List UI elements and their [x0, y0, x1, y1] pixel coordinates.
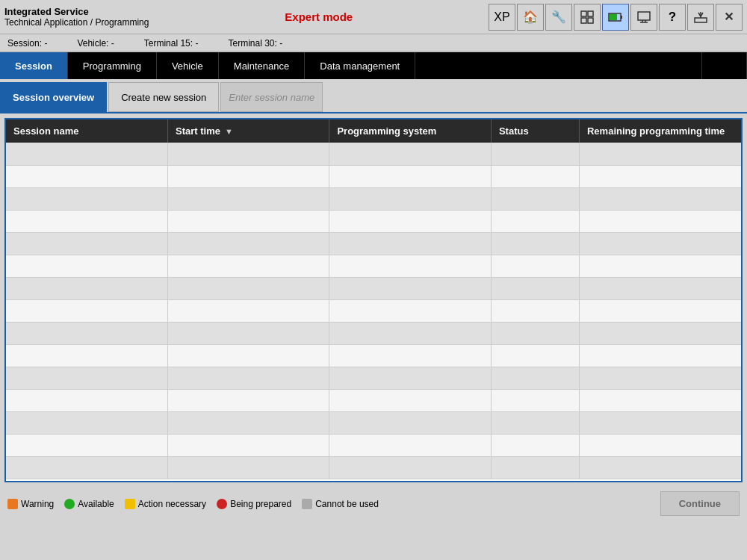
cell-remaining_time: [579, 389, 741, 411]
cell-remaining_time: [579, 456, 741, 479]
cell-session_name: [6, 187, 167, 210]
continue-button[interactable]: Continue: [660, 491, 740, 516]
cell-programming_system: [329, 344, 491, 367]
cell-start_time: [167, 255, 329, 277]
cell-session_name: [6, 456, 167, 479]
cell-status: [491, 411, 579, 434]
svg-rect-6: [610, 14, 617, 20]
table-body: [6, 143, 741, 479]
xp-button[interactable]: XP: [489, 4, 515, 31]
cannot-be-used-icon: [302, 499, 312, 509]
col-header-status[interactable]: Status: [491, 119, 579, 143]
table-row[interactable]: [6, 344, 741, 367]
legend-cannot-be-used: Cannot be used: [302, 499, 379, 509]
terminal30-status: Terminal 30: -: [228, 38, 282, 49]
table-row[interactable]: [6, 143, 741, 165]
svg-rect-1: [588, 11, 593, 16]
app-subtitle: Technical Application / Programming: [4, 17, 149, 28]
cell-session_name: [6, 434, 167, 456]
sub-tabs: Session overview Create new session Ente…: [0, 79, 747, 113]
table-row[interactable]: [6, 232, 741, 255]
sub-tab-create-new-session[interactable]: Create new session: [108, 82, 219, 112]
cell-status: [491, 367, 579, 389]
table-row[interactable]: [6, 277, 741, 299]
table-row[interactable]: [6, 187, 741, 210]
nav-tab-programming[interactable]: Programming: [68, 52, 157, 79]
cell-remaining_time: [579, 210, 741, 232]
main-table-area: Session name Start time ▼ Programming sy…: [4, 118, 743, 482]
cell-status: [491, 322, 579, 344]
legend: Warning Available Action necessary Being…: [7, 499, 379, 509]
cell-status: [491, 456, 579, 479]
cell-start_time: [167, 187, 329, 210]
cell-status: [491, 277, 579, 299]
tray-button[interactable]: [687, 4, 714, 31]
grid-button[interactable]: [574, 4, 601, 31]
nav-tab-data-management[interactable]: Data management: [305, 52, 415, 79]
cell-status: [491, 143, 579, 165]
nav-tab-session[interactable]: Session: [0, 52, 68, 79]
nav-tabs: Session Programming Vehicle Maintenance …: [0, 52, 747, 79]
nav-tab-empty1: [415, 52, 702, 79]
cell-start_time: [167, 210, 329, 232]
cell-start_time: [167, 299, 329, 322]
table-row[interactable]: [6, 411, 741, 434]
app-info: Integrated Service Technical Application…: [4, 6, 149, 28]
col-header-programming-system[interactable]: Programming system: [329, 119, 491, 143]
table-row[interactable]: [6, 434, 741, 456]
table-row[interactable]: [6, 255, 741, 277]
cell-start_time: [167, 344, 329, 367]
home-button[interactable]: 🏠: [517, 4, 544, 31]
table-row[interactable]: [6, 210, 741, 232]
vehicle-status: Vehicle: -: [77, 38, 114, 49]
cell-session_name: [6, 143, 167, 165]
cell-status: [491, 344, 579, 367]
col-header-start-time[interactable]: Start time ▼: [167, 119, 329, 143]
nav-tab-vehicle[interactable]: Vehicle: [157, 52, 219, 79]
close-button[interactable]: ✕: [716, 4, 743, 31]
cell-programming_system: [329, 411, 491, 434]
cell-programming_system: [329, 456, 491, 479]
legend-being-prepared: Being prepared: [217, 499, 291, 509]
cell-start_time: [167, 322, 329, 344]
nav-tab-empty2: [702, 52, 747, 79]
table-row[interactable]: [6, 456, 741, 479]
cell-remaining_time: [579, 322, 741, 344]
table-row[interactable]: [6, 299, 741, 322]
battery-button[interactable]: [602, 4, 629, 31]
cell-status: [491, 255, 579, 277]
col-header-session-name[interactable]: Session name: [6, 119, 167, 143]
cell-status: [491, 165, 579, 187]
cell-programming_system: [329, 367, 491, 389]
col-header-remaining-time[interactable]: Remaining programming time: [579, 119, 741, 143]
table-row[interactable]: [6, 165, 741, 187]
table-row[interactable]: [6, 389, 741, 411]
table-row[interactable]: [6, 367, 741, 389]
legend-warning: Warning: [7, 499, 54, 509]
footer: Warning Available Action necessary Being…: [0, 487, 747, 520]
svg-rect-3: [588, 18, 593, 23]
cell-remaining_time: [579, 165, 741, 187]
cell-session_name: [6, 277, 167, 299]
monitor-button[interactable]: [630, 4, 657, 31]
wrench-button[interactable]: 🔧: [545, 4, 572, 31]
sub-tab-session-overview[interactable]: Session overview: [0, 82, 107, 112]
cell-start_time: [167, 143, 329, 165]
cell-programming_system: [329, 434, 491, 456]
cell-start_time: [167, 367, 329, 389]
sort-arrow-icon: ▼: [225, 127, 233, 136]
cell-remaining_time: [579, 411, 741, 434]
svg-rect-7: [638, 12, 650, 20]
nav-tab-maintenance[interactable]: Maintenance: [219, 52, 305, 79]
table-header-row: Session name Start time ▼ Programming sy…: [6, 119, 741, 143]
cell-programming_system: [329, 255, 491, 277]
cell-session_name: [6, 255, 167, 277]
session-table: Session name Start time ▼ Programming sy…: [6, 119, 741, 479]
cell-start_time: [167, 232, 329, 255]
available-icon: [64, 499, 75, 509]
top-bar: Integrated Service Technical Application…: [0, 0, 747, 34]
help-button[interactable]: ?: [659, 4, 686, 31]
legend-available: Available: [64, 499, 114, 509]
session-name-input-display[interactable]: Enter session name: [220, 82, 323, 112]
table-row[interactable]: [6, 322, 741, 344]
